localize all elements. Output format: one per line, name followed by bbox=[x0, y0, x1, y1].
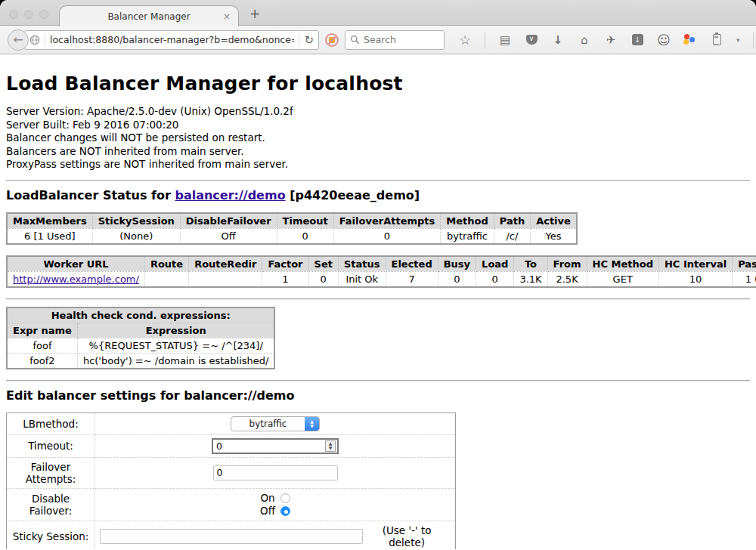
sticky-session-input[interactable] bbox=[100, 529, 363, 544]
col-elected: Elected bbox=[386, 256, 438, 272]
cell-expression: hc('body') =~ /domain is established/ bbox=[77, 353, 274, 369]
persist-warning-line: Balancer changes will NOT be persisted o… bbox=[6, 131, 750, 145]
divider bbox=[6, 298, 750, 300]
divider bbox=[753, 32, 754, 48]
col-busy: Busy bbox=[438, 256, 476, 272]
balancer-status-table: MaxMembers StickySession DisableFailover… bbox=[6, 212, 578, 245]
edit-balancer-form: LBmethod: bytraffic ▲▼ Timeout: ▲▼ bbox=[6, 412, 456, 550]
cell-status: Init Ok bbox=[338, 271, 386, 287]
status-heading-prefix: LoadBalancer Status for bbox=[6, 188, 175, 202]
divider bbox=[6, 180, 750, 181]
balancer-status-heading: LoadBalancer Status for balancer://demo … bbox=[6, 188, 750, 202]
disable-failover-label: Disable Failover: bbox=[7, 488, 95, 521]
cell-elected: 7 bbox=[386, 271, 438, 287]
overflow-caret-icon[interactable]: ▾ bbox=[736, 36, 740, 44]
cell-to: 3.1K bbox=[514, 271, 547, 287]
url-bar[interactable]: localhost:8880/balancer-manager?b=demo&n… bbox=[24, 30, 319, 50]
col-maxmembers: MaxMembers bbox=[7, 213, 92, 229]
cell-expr-name: foof2 bbox=[7, 353, 77, 369]
smiley-icon[interactable]: ☺ bbox=[657, 33, 671, 47]
divider bbox=[485, 32, 485, 48]
divider bbox=[6, 380, 750, 382]
navigation-toolbar: ← localhost:8880/balancer-manager?b=demo… bbox=[0, 26, 756, 54]
download-box-icon[interactable]: ↓ bbox=[631, 33, 644, 47]
minimize-window-button[interactable] bbox=[24, 10, 33, 19]
col-routeredir: RouteRedir bbox=[189, 256, 262, 272]
timeout-label: Timeout: bbox=[7, 434, 95, 457]
table-header-row: Expr name Expression bbox=[7, 323, 274, 338]
form-row-sticky-session: Sticky Session: (Use '-' to delete) bbox=[7, 521, 456, 549]
expr-row: foof2 hc('body') =~ /domain is establish… bbox=[7, 353, 274, 369]
failover-attempts-input[interactable] bbox=[213, 465, 338, 480]
balancer-demo-link[interactable]: balancer://demo bbox=[175, 188, 285, 202]
col-passes: Passes bbox=[733, 256, 756, 272]
timeout-input[interactable] bbox=[213, 440, 325, 452]
worker-row: http://www.example.com/ 1 0 Init Ok 7 0 … bbox=[7, 271, 756, 287]
cell-maxmembers: 6 [1 Used] bbox=[7, 228, 92, 244]
cell-active: Yes bbox=[531, 228, 577, 244]
cell-timeout: 0 bbox=[277, 228, 333, 244]
cell-routeredir bbox=[189, 271, 262, 287]
new-tab-button[interactable]: + bbox=[249, 6, 260, 21]
col-stickysession: StickySession bbox=[92, 213, 180, 229]
form-row-lbmethod: LBmethod: bytraffic ▲▼ bbox=[7, 412, 456, 434]
cell-set: 0 bbox=[308, 271, 338, 287]
tab-balancer-manager[interactable]: Balancer Manager × bbox=[59, 5, 239, 26]
sticky-session-note: (Use '-' to delete) bbox=[363, 524, 451, 548]
health-check-table: Health check cond. expressions: Expr nam… bbox=[6, 307, 275, 369]
search-input[interactable] bbox=[364, 34, 439, 45]
cell-expr-name: foof bbox=[7, 338, 77, 353]
disable-failover-off-radio[interactable] bbox=[280, 506, 290, 516]
url-text[interactable]: localhost:8880/balancer-manager?b=demo&n… bbox=[50, 34, 294, 45]
bookmark-star-icon[interactable]: ☆ bbox=[458, 33, 472, 47]
battery-icon[interactable] bbox=[710, 33, 723, 47]
col-method: Method bbox=[441, 213, 494, 229]
sticky-session-label: Sticky Session: bbox=[7, 521, 95, 549]
radio-on-label: On bbox=[260, 492, 274, 505]
col-set: Set bbox=[308, 256, 338, 272]
tab-title: Balancer Manager bbox=[107, 11, 190, 22]
col-factor: Factor bbox=[262, 256, 308, 272]
worker-url-link[interactable]: http://www.example.com/ bbox=[13, 273, 139, 285]
table-header-row: MaxMembers StickySession DisableFailover… bbox=[7, 213, 577, 229]
col-route: Route bbox=[144, 256, 188, 272]
close-window-button[interactable] bbox=[9, 10, 18, 19]
back-button[interactable]: ← bbox=[8, 29, 29, 51]
cell-failoverattempts: 0 bbox=[333, 228, 441, 244]
site-identity-globe-icon bbox=[29, 35, 40, 45]
send-plane-icon[interactable]: ✈ bbox=[604, 33, 618, 47]
search-bar[interactable] bbox=[345, 30, 445, 50]
expr-row: foof %{REQUEST_STATUS} =~ /^[234]/ bbox=[7, 338, 274, 353]
number-stepper-icon[interactable]: ▲▼ bbox=[325, 440, 336, 452]
tab-close-icon[interactable]: × bbox=[223, 11, 231, 22]
form-row-failover-attempts: Failover Attempts: bbox=[7, 457, 456, 488]
page-content: Load Balancer Manager for localhost Serv… bbox=[0, 54, 756, 549]
cell-stickysession: (None) bbox=[92, 228, 180, 244]
cell-method: bytraffic bbox=[441, 228, 494, 244]
cell-worker-url: http://www.example.com/ bbox=[7, 271, 144, 287]
cell-expression: %{REQUEST_STATUS} =~ /^[234]/ bbox=[77, 338, 274, 353]
lbmethod-select[interactable]: bytraffic ▲▼ bbox=[231, 416, 320, 431]
pocket-icon[interactable]: ∨ bbox=[525, 33, 538, 47]
color-dots-icon[interactable] bbox=[683, 33, 697, 47]
col-failoverattempts: FailoverAttempts bbox=[333, 213, 441, 229]
content-blocked-icon[interactable] bbox=[325, 33, 339, 47]
form-row-disable-failover: Disable Failover: On Off bbox=[7, 488, 456, 521]
browser-window: Balancer Manager × + ← localhost:8880/ba… bbox=[0, 0, 756, 550]
health-check-title: Health check cond. expressions: bbox=[7, 307, 274, 323]
reload-icon[interactable]: ↻ bbox=[304, 33, 314, 47]
zoom-window-button[interactable] bbox=[39, 10, 48, 19]
table-header-row: Worker URL Route RouteRedir Factor Set S… bbox=[7, 256, 756, 272]
cell-passes: 1 (0) bbox=[733, 271, 756, 287]
select-chevrons-icon: ▲▼ bbox=[305, 417, 319, 431]
col-status: Status bbox=[338, 256, 386, 272]
toolbar-icons: ☆ ▤ ∨ ↓ ⌂ ✈ ↓ ☺ ▾ ≡ ▦ bbox=[458, 32, 756, 48]
cell-hc-method: GET bbox=[587, 271, 658, 287]
downloads-icon[interactable]: ↓ bbox=[551, 33, 565, 47]
table-row: 6 [1 Used] (None) Off 0 0 bytraffic /c/ … bbox=[7, 228, 577, 244]
window-controls bbox=[9, 10, 48, 19]
clipboard-icon[interactable]: ▤ bbox=[498, 33, 512, 47]
home-icon[interactable]: ⌂ bbox=[578, 33, 591, 47]
server-built-line: Server Built: Feb 9 2016 07:00:20 bbox=[6, 119, 750, 132]
disable-failover-on-radio[interactable] bbox=[280, 493, 290, 503]
